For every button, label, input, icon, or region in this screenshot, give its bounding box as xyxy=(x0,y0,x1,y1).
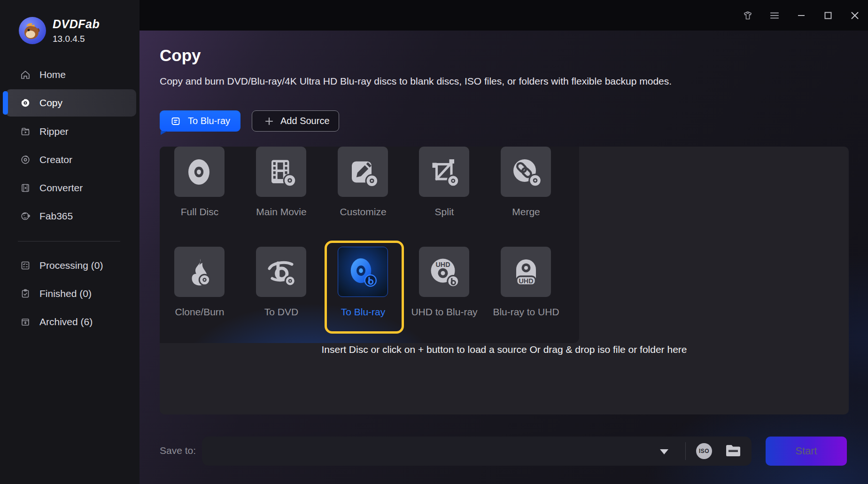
save-to-folder-button[interactable] xyxy=(725,444,741,458)
monkey-icon xyxy=(20,211,31,222)
checklist-icon xyxy=(20,260,31,271)
svg-text:UHD: UHD xyxy=(435,260,450,268)
add-source-button[interactable]: Add Source xyxy=(252,110,339,132)
sidebar-item-ripper[interactable]: Ripper xyxy=(0,119,140,144)
mode-label: Customize xyxy=(323,206,403,218)
mode-main-movie[interactable]: Main Movie xyxy=(256,147,306,197)
plus-icon xyxy=(264,117,274,126)
clone-burn-icon[interactable] xyxy=(174,247,225,297)
split-icon[interactable] xyxy=(419,147,469,197)
mode-bluray-to-uhd[interactable]: UHD Blu-ray to UHD xyxy=(501,247,551,297)
sidebar: DVDFab 13.0.4.5 Home Copy Ripper Creator… xyxy=(0,0,140,484)
sidebar-divider xyxy=(18,241,120,242)
mode-customize[interactable]: Customize xyxy=(338,147,388,197)
mode-split[interactable]: Split xyxy=(419,147,469,197)
sidebar-item-label: Processing (0) xyxy=(39,260,103,271)
mode-label: Clone/Burn xyxy=(160,306,240,318)
creator-icon xyxy=(20,154,31,165)
page-subtitle: Copy and burn DVD/Blu-ray/4K Ultra HD Bl… xyxy=(160,76,672,87)
mode-label: Full Disc xyxy=(160,206,240,218)
mode-label: Merge xyxy=(486,206,566,218)
dvdfab-monkey-logo-icon xyxy=(19,17,46,44)
customize-icon[interactable] xyxy=(338,147,388,197)
sidebar-item-label: Fab365 xyxy=(39,211,73,222)
main-content: Copy Copy and burn DVD/Blu-ray/4K Ultra … xyxy=(140,31,868,484)
full-disc-icon[interactable] xyxy=(174,147,225,197)
sidebar-item-label: Finished (0) xyxy=(39,288,92,299)
chevron-down-icon[interactable] xyxy=(660,449,668,454)
sidebar-item-finished[interactable]: Finished (0) xyxy=(0,281,140,306)
mode-label: UHD to Blu-ray xyxy=(404,306,484,318)
app-brand: DVDFab 13.0.4.5 xyxy=(19,17,100,44)
sidebar-item-fab365[interactable]: Fab365 xyxy=(0,204,140,228)
save-path-input[interactable] xyxy=(210,437,652,466)
tab-label: Add Source xyxy=(280,116,330,126)
close-icon[interactable] xyxy=(848,9,861,22)
app-name: DVDFab xyxy=(53,17,100,31)
sidebar-item-home[interactable]: Home xyxy=(0,62,140,87)
sidebar-item-processing[interactable]: Processing (0) xyxy=(0,253,140,278)
theme-shirt-icon[interactable] xyxy=(741,9,754,22)
sidebar-item-converter[interactable]: Converter xyxy=(0,176,140,200)
selected-mode-highlight xyxy=(325,241,404,334)
ripper-icon xyxy=(20,126,31,137)
merge-icon[interactable] xyxy=(501,147,551,197)
source-panel: Full Disc Main Movie Customize Split xyxy=(160,147,849,414)
home-icon xyxy=(20,69,31,80)
mode-label: Main Movie xyxy=(241,206,321,218)
mode-uhd-to-bluray[interactable]: UHD UHD to Blu-ray xyxy=(419,247,469,297)
sidebar-item-label: Creator xyxy=(39,154,72,165)
iso-icon: ISO xyxy=(699,448,709,454)
disc-case-icon xyxy=(170,116,181,127)
mode-clone-burn[interactable]: Clone/Burn xyxy=(174,247,225,297)
save-path-group: ISO xyxy=(202,437,752,466)
app-version: 13.0.4.5 xyxy=(53,34,100,44)
sidebar-item-copy[interactable]: Copy xyxy=(0,91,140,115)
mode-label: Split xyxy=(404,206,484,218)
save-as-iso-button[interactable]: ISO xyxy=(696,443,712,459)
mode-full-disc[interactable]: Full Disc xyxy=(174,147,225,197)
minimize-icon[interactable] xyxy=(795,9,808,22)
start-button-label: Start xyxy=(795,445,817,457)
clipboard-check-icon xyxy=(20,288,31,299)
maximize-icon[interactable] xyxy=(822,9,835,22)
uhd-to-bluray-icon[interactable]: UHD xyxy=(419,247,469,297)
mode-merge[interactable]: Merge xyxy=(501,147,551,197)
dvdfab-window: DVDFab 13.0.4.5 Home Copy Ripper Creator… xyxy=(0,0,868,484)
tab-label: To Blu-ray xyxy=(188,116,230,126)
mode-label: Blu-ray to UHD xyxy=(486,306,566,318)
sidebar-item-label: Home xyxy=(39,69,66,80)
sidebar-item-label: Copy xyxy=(39,97,62,109)
to-dvd-icon[interactable] xyxy=(256,247,306,297)
menu-icon[interactable] xyxy=(768,9,781,22)
sidebar-item-label: Archived (6) xyxy=(39,316,93,328)
svg-text:UHD: UHD xyxy=(519,277,533,284)
archive-box-icon xyxy=(20,316,31,328)
copy-disc-icon xyxy=(20,97,31,109)
folder-icon xyxy=(725,444,741,458)
page-title: Copy xyxy=(160,46,201,65)
dropzone-hint: Insert Disc or click on + button to load… xyxy=(160,344,849,355)
tab-to-bluray[interactable]: To Blu-ray xyxy=(160,110,240,132)
path-group-divider xyxy=(685,442,686,460)
mode-label: To DVD xyxy=(241,306,321,318)
start-button[interactable]: Start xyxy=(766,437,847,466)
sidebar-item-label: Converter xyxy=(39,182,83,194)
main-movie-icon[interactable] xyxy=(256,147,306,197)
save-to-label: Save to: xyxy=(160,445,196,456)
sidebar-item-archived[interactable]: Archived (6) xyxy=(0,310,140,334)
sidebar-item-creator[interactable]: Creator xyxy=(0,148,140,172)
sidebar-item-label: Ripper xyxy=(39,126,69,137)
bluray-to-uhd-icon[interactable]: UHD xyxy=(501,247,551,297)
mode-to-dvd[interactable]: To DVD xyxy=(256,247,306,297)
converter-icon xyxy=(20,182,31,194)
